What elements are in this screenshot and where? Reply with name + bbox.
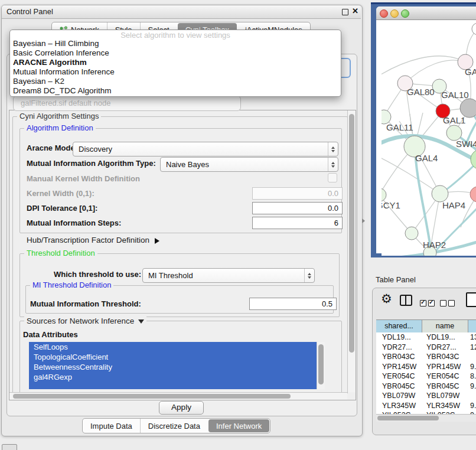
algorithm-option-aracne-algorithm[interactable]: ARACNE Algorithm [10,58,341,67]
splitter-collapse-icon[interactable] [362,219,365,223]
mi-algorithm-type-label: Mutual Information Algorithm Type: [27,159,156,168]
settings-horizontal-scrollbar[interactable] [9,392,347,400]
table-cell[interactable] [467,352,476,362]
table-row[interactable]: YBL079WYBL079W [376,391,476,401]
data-attributes-title: Data Attributes [23,330,78,340]
aracne-mode-combobox[interactable]: Discovery [73,142,338,156]
combo-stepper-icon[interactable] [328,158,338,171]
table-cell[interactable]: YBR043C [376,352,422,362]
table-row[interactable]: YBR045CYBR045C9. [376,381,476,392]
table-cell[interactable]: YPR145W [376,362,422,372]
table-cell[interactable]: 9. [467,362,476,372]
table-cell[interactable]: 8. [467,371,476,381]
table-row[interactable]: YBR043CYBR043C [376,352,476,362]
table-cell[interactable]: YBR045C [376,381,422,392]
table-cell[interactable]: YDL19... [376,332,422,343]
close-icon[interactable]: ✕ [352,6,358,15]
table-cell[interactable]: YDR27... [376,343,422,353]
show-columns-icon[interactable] [420,298,436,308]
table-cell[interactable]: YDL19... [422,332,467,343]
tab-discretize-data[interactable]: Discretize Data [140,419,208,433]
table-cell[interactable]: YBR045C [422,381,467,392]
settings-horizontal-scrollbar-thumb[interactable] [13,394,291,399]
mi-steps-field[interactable]: 6 [252,217,343,229]
network-node[interactable] [471,149,476,169]
algorithm-option-basic-correlation-inference[interactable]: Basic Correlation Inference [10,48,341,58]
apply-button[interactable]: Apply [159,401,204,415]
column-header-3[interactable] [468,320,476,333]
table-cell[interactable]: YBL079W [422,391,467,401]
hub-tf-definition-toggle[interactable]: Hub/Transcription Factor Definition [27,236,159,245]
dpi-tolerance-field[interactable]: 0.0 [252,202,343,214]
network-node[interactable] [405,227,418,240]
table-cell[interactable]: YER054C [376,371,422,381]
mi-algorithm-type-combobox[interactable]: Naive Bayes [160,157,338,172]
attribute-item[interactable] [29,382,324,389]
network-node[interactable] [382,188,386,201]
table-cell[interactable]: 9. [467,381,476,392]
attribute-item[interactable]: TopologicalCoefficient [29,352,324,362]
attribute-item[interactable]: SelfLoops [29,342,324,352]
table-cell[interactable]: 13 [467,332,476,343]
data-attributes-list[interactable]: SelfLoopsTopologicalCoefficientBetweenne… [29,342,324,389]
table-row[interactable]: YDL19...YDL19...13 [376,332,476,343]
table-cell[interactable]: YER054C [422,371,467,381]
zoom-traffic-light-icon[interactable] [401,9,409,18]
network-window-titlebar[interactable] [376,6,476,20]
hide-columns-icon[interactable] [440,298,457,308]
network-node[interactable] [432,185,448,202]
settings-scrollpane: Cyni Algorithm Settings Algorithm Defini… [9,110,356,400]
algorithm-option-bayesian-k2[interactable]: Bayesian – K2 [10,77,341,86]
table-horizontal-scrollbar-thumb[interactable] [377,416,439,420]
settings-vertical-scrollbar-thumb[interactable] [349,114,354,353]
attribute-item[interactable]: gal4RGexp [29,372,324,382]
table-cell[interactable]: YBR043C [422,352,467,362]
network-canvas[interactable]: GALGAL80GAL10GAL1GAL11SWI4GAL4GCY1HAP4YH… [382,22,476,256]
table-row[interactable]: YLR345WYLR345W9. [376,401,476,411]
document-icon[interactable] [466,292,476,307]
attribute-item[interactable]: BetweennessCentrality [29,362,324,372]
attributes-scrollbar[interactable] [317,342,325,389]
tab-infer-network[interactable]: Infer Network [208,419,269,432]
algorithm-option-dream8-dc-tdc-algorithm[interactable]: Dream8 DC_TDC Algorithm [10,86,341,96]
expanded-arrow-icon[interactable] [138,319,144,324]
table-cell[interactable]: YLR345W [376,401,422,411]
table-horizontal-scrollbar[interactable] [376,414,476,422]
columns-icon[interactable] [400,295,412,306]
collapsed-arrow-icon[interactable] [155,238,159,244]
network-node[interactable] [472,23,476,35]
column-header-2[interactable]: name [422,320,468,333]
algorithm-dropdown-popup: Select algorithm to view settings Bayesi… [9,30,341,97]
mi-threshold-field[interactable]: 0.5 [249,298,337,310]
corner-widget[interactable] [2,444,17,450]
table-cell[interactable]: YBL079W [376,391,422,401]
tab-impute-data[interactable]: Impute Data [83,419,140,433]
close-traffic-light-icon[interactable] [380,9,388,18]
combo-stepper-icon[interactable] [304,269,314,282]
table-row[interactable]: YPR145WYPR145W9. [376,362,476,372]
minimize-traffic-light-icon[interactable] [390,9,399,18]
manual-kernel-width-checkbox[interactable] [328,173,337,182]
network-table-combobox[interactable]: galFiltered.sif default node [13,96,241,111]
which-threshold-combobox[interactable]: MI Threshold [142,268,315,283]
attributes-scrollbar-thumb[interactable] [318,344,324,384]
table-row[interactable]: YER054CYER054C8. [376,371,476,381]
kernel-width-field[interactable]: 0.0 [252,187,343,200]
control-panel-titlebar[interactable]: Control Panel ✕ [2,5,361,19]
table-cell[interactable]: 9. [467,401,476,411]
combo-stepper-icon[interactable] [328,142,338,156]
settings-vertical-scrollbar[interactable] [347,110,356,392]
algorithm-option-mutual-information-inference[interactable]: Mutual Information Inference [10,67,341,77]
algorithm-option-bayesian-hill-climbing[interactable]: Bayesian – Hill Climbing [10,39,341,48]
column-header-1[interactable]: shared... [376,320,422,333]
table-cell[interactable] [467,391,476,401]
table-cell[interactable]: 12 [467,343,476,353]
sources-legend-toggle[interactable]: Sources for Network Inference [24,317,146,326]
restore-window-icon[interactable] [342,9,348,15]
network-node[interactable] [470,187,476,202]
table-cell[interactable]: YPR145W [422,362,467,372]
table-row[interactable]: YDR27...YDR27...12 [376,343,476,353]
table-cell[interactable]: YDR27... [422,343,467,353]
table-cell[interactable]: YLR345W [422,401,467,411]
gear-icon[interactable]: ⚙ [381,292,392,306]
